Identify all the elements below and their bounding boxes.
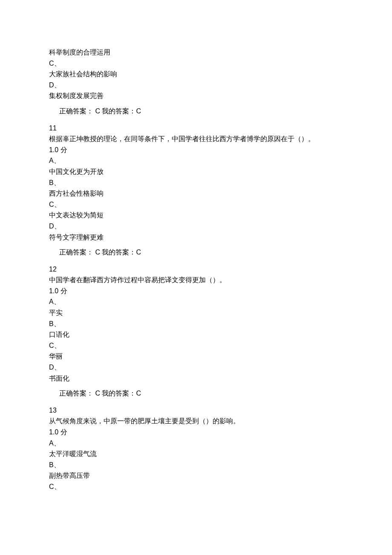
q13-option-a-label: A、: [49, 438, 343, 449]
q12-number: 12: [49, 264, 343, 275]
q10-option-d-text: 集权制度发展完善: [49, 90, 343, 101]
q11-option-a-label: A、: [49, 155, 343, 166]
q11-points: 1.0 分: [49, 145, 343, 156]
q11-number: 11: [49, 123, 343, 134]
q11-option-c-label: C、: [49, 199, 343, 210]
q11-answer: 正确答案： C 我的答案：C: [49, 247, 343, 258]
q12-answer: 正确答案： C 我的答案：C: [49, 388, 343, 399]
q12-option-d-label: D、: [49, 362, 343, 373]
q11-option-d-text: 符号文字理解更难: [49, 232, 343, 243]
q12-option-b-text: 口语化: [49, 329, 343, 340]
q12-points: 1.0 分: [49, 286, 343, 297]
q11-option-a-text: 中国文化更为开放: [49, 166, 343, 177]
q12-option-d-text: 书面化: [49, 373, 343, 384]
q11-option-d-label: D、: [49, 221, 343, 232]
q10-option-c-text: 大家族社会结构的影响: [49, 69, 343, 80]
q10-option-c-label: C、: [49, 58, 343, 69]
q10-option-d-label: D、: [49, 80, 343, 91]
q11-option-b-label: B、: [49, 177, 343, 188]
document-page: 科举制度的合理运用 C、 大家族社会结构的影响 D、 集权制度发展完善 正确答案…: [0, 0, 392, 555]
q13-option-c-label: C、: [49, 481, 343, 492]
q12-option-c-text: 华丽: [49, 351, 343, 362]
q13-option-b-label: B、: [49, 460, 343, 471]
q12-option-c-label: C、: [49, 340, 343, 351]
q13-stem: 从气候角度来说，中原一带的肥厚土壤主要是受到（）的影响。: [49, 416, 343, 427]
q12-option-b-label: B、: [49, 318, 343, 330]
q10-option-b-text: 科举制度的合理运用: [49, 47, 343, 58]
q13-number: 13: [49, 405, 343, 416]
q13-points: 1.0 分: [49, 427, 343, 438]
q11-option-c-text: 中文表达较为简短: [49, 210, 343, 221]
q13-option-b-text: 副热带高压带: [49, 470, 343, 481]
q13-option-a-text: 太平洋暖湿气流: [49, 448, 343, 460]
q12-option-a-text: 平实: [49, 307, 343, 318]
q11-option-b-text: 西方社会性格影响: [49, 188, 343, 199]
q10-answer: 正确答案： C 我的答案：C: [49, 106, 343, 117]
q12-option-a-label: A、: [49, 296, 343, 307]
q12-stem: 中国学者在翻译西方诗作过程中容易把译文变得更加（）。: [49, 275, 343, 286]
q11-stem: 根据辜正坤教授的理论，在同等条件下，中国学者往往比西方学者博学的原因在于（）。: [49, 133, 343, 145]
